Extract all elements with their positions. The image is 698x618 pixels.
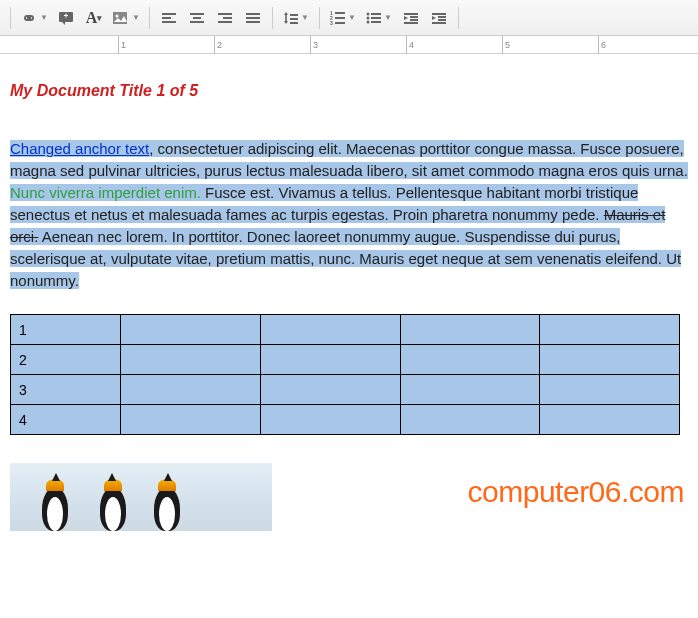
penguin-icon <box>34 475 78 531</box>
ruler[interactable]: 1 2 3 4 5 6 <box>0 36 698 54</box>
document-page[interactable]: My Document Title 1 of 5 Changed anchor … <box>0 54 698 531</box>
align-left-button[interactable] <box>156 5 182 31</box>
insert-link-button[interactable]: ▼ <box>17 5 51 31</box>
table-row[interactable]: 1 <box>11 315 680 345</box>
separator <box>272 7 273 29</box>
table-cell[interactable]: 1 <box>11 315 121 345</box>
ruler-tick: 4 <box>406 36 414 54</box>
table-cell[interactable]: 2 <box>11 345 121 375</box>
ruler-tick: 2 <box>214 36 222 54</box>
ruler-tick: 6 <box>598 36 606 54</box>
document-table[interactable]: 1 2 3 4 <box>10 314 680 435</box>
table-cell[interactable] <box>121 405 261 435</box>
table-cell[interactable] <box>260 375 400 405</box>
table-cell[interactable] <box>400 375 540 405</box>
separator <box>10 7 11 29</box>
table-cell[interactable] <box>540 315 680 345</box>
table-cell[interactable]: 4 <box>11 405 121 435</box>
svg-point-9 <box>367 16 370 19</box>
align-center-button[interactable] <box>184 5 210 31</box>
table-row[interactable]: 2 <box>11 345 680 375</box>
table-row[interactable]: 4 <box>11 405 680 435</box>
hyperlink[interactable]: Changed anchor text <box>10 140 149 157</box>
body-paragraph[interactable]: Changed anchor text, consectetuer adipis… <box>10 138 688 292</box>
page-title: My Document Title 1 of 5 <box>10 82 688 100</box>
svg-text:3: 3 <box>330 20 333 25</box>
table-row[interactable]: 3 <box>11 375 680 405</box>
table-cell[interactable] <box>400 315 540 345</box>
colored-text: Nunc viverra imperdiet enim. <box>10 184 201 201</box>
table-cell[interactable] <box>540 345 680 375</box>
table-cell[interactable] <box>540 375 680 405</box>
inserted-image[interactable] <box>10 463 272 531</box>
ruler-tick: 1 <box>118 36 126 54</box>
numbered-list-button[interactable]: 123 ▼ <box>326 5 360 31</box>
svg-point-8 <box>367 12 370 15</box>
table-cell[interactable] <box>540 405 680 435</box>
svg-rect-2 <box>66 13 67 17</box>
table-cell[interactable] <box>400 405 540 435</box>
increase-indent-button[interactable] <box>426 5 452 31</box>
table-cell[interactable] <box>260 405 400 435</box>
body-text: Aenean nec lorem. In porttitor. Donec la… <box>10 228 681 289</box>
table-cell[interactable] <box>260 345 400 375</box>
table-cell[interactable]: 3 <box>11 375 121 405</box>
align-right-button[interactable] <box>212 5 238 31</box>
insert-image-button[interactable]: ▼ <box>109 5 143 31</box>
table-cell[interactable] <box>121 315 261 345</box>
ruler-tick: 3 <box>310 36 318 54</box>
decrease-indent-button[interactable] <box>398 5 424 31</box>
bulleted-list-button[interactable]: ▼ <box>362 5 396 31</box>
table-cell[interactable] <box>121 375 261 405</box>
table-cell[interactable] <box>121 345 261 375</box>
penguin-icon <box>90 475 134 531</box>
table-cell[interactable] <box>400 345 540 375</box>
align-justify-button[interactable] <box>240 5 266 31</box>
svg-point-10 <box>367 20 370 23</box>
add-comment-button[interactable] <box>53 5 79 31</box>
font-decrease-button[interactable]: A▾ <box>81 5 107 31</box>
penguin-icon <box>146 475 190 531</box>
separator <box>319 7 320 29</box>
separator <box>149 7 150 29</box>
ruler-tick: 5 <box>502 36 510 54</box>
line-spacing-button[interactable]: ▼ <box>279 5 313 31</box>
separator <box>458 7 459 29</box>
svg-point-4 <box>116 14 119 17</box>
table-cell[interactable] <box>260 315 400 345</box>
watermark-text: computer06.com <box>468 475 684 509</box>
toolbar: ▼ A▾ ▼ ▼ 123 ▼ ▼ <box>0 0 698 36</box>
